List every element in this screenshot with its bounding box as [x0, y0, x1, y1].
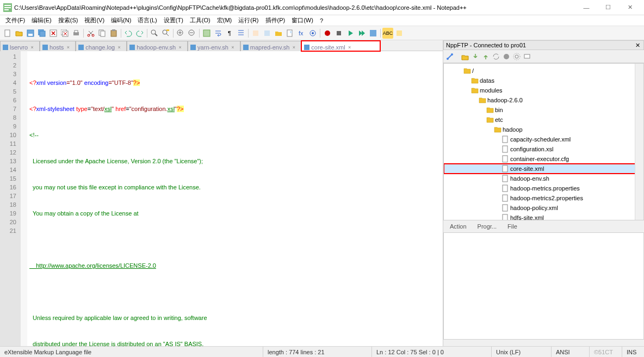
copy-icon[interactable] — [97, 28, 108, 39]
redo-icon[interactable] — [134, 28, 145, 39]
upload-icon[interactable] — [461, 52, 469, 61]
menu-item[interactable]: 视图(V) — [81, 15, 108, 26]
menu-item[interactable]: 设置(T) — [160, 15, 187, 26]
tree-folder[interactable]: modules — [444, 85, 643, 95]
tb-icon-1[interactable] — [201, 28, 212, 39]
tree-file[interactable]: capacity-scheduler.xml — [444, 134, 643, 144]
zoom-out-icon[interactable] — [187, 28, 197, 39]
tree-label: hadoop-env.sh — [510, 175, 549, 182]
menu-item[interactable]: 语言(L) — [134, 15, 160, 26]
save-all-icon[interactable] — [36, 28, 47, 39]
svg-point-37 — [447, 58, 449, 60]
minimize-button[interactable]: — — [575, 1, 597, 15]
refresh-icon[interactable] — [492, 52, 500, 61]
undo-icon[interactable] — [123, 28, 134, 39]
file-tab[interactable]: hosts× — [40, 41, 76, 51]
settings-icon[interactable] — [512, 52, 521, 61]
tab-action[interactable]: Action — [447, 222, 470, 232]
print-icon[interactable] — [71, 28, 82, 39]
file-tab[interactable]: lservro× — [0, 41, 40, 51]
tab-close-icon[interactable]: × — [65, 45, 71, 50]
file-tab[interactable]: hadoop-env.sh× — [127, 41, 188, 51]
menu-item[interactable]: 文件(F) — [2, 15, 28, 26]
close-button[interactable]: ✕ — [619, 1, 641, 15]
tab-close-icon[interactable]: × — [291, 45, 296, 50]
replace-icon[interactable] — [160, 28, 171, 39]
menu-item[interactable]: 宏(M) — [214, 15, 236, 26]
code-editor[interactable]: <?xml version="1.0" encoding="UTF-8"?> <… — [21, 51, 443, 346]
download-icon[interactable] — [471, 52, 480, 61]
nppftp-toolbar — [443, 50, 644, 63]
tb-icon-last[interactable] — [394, 28, 405, 39]
file-tab[interactable]: yarn-env.sh× — [188, 41, 240, 51]
menu-item[interactable]: 编码(N) — [108, 15, 134, 26]
tab-progress[interactable]: Progr... — [474, 222, 500, 232]
file-tab[interactable]: mapred-env.sh× — [240, 41, 302, 51]
tab-close-icon[interactable]: × — [177, 45, 183, 50]
tb-icon-6[interactable] — [262, 28, 273, 39]
tree-label: / — [472, 67, 474, 74]
connect-icon[interactable] — [445, 52, 454, 61]
tree-file[interactable]: hadoop-policy.xml — [444, 203, 643, 213]
tab-close-icon[interactable]: × — [347, 45, 352, 50]
menu-item[interactable]: 插件(P) — [262, 15, 289, 26]
abort-icon[interactable] — [502, 52, 511, 61]
wordwrap-icon[interactable] — [213, 28, 224, 39]
file-tab[interactable]: core-site.xml× — [301, 41, 380, 51]
cut-icon[interactable] — [85, 28, 96, 39]
tab-close-icon[interactable]: × — [230, 45, 236, 50]
save-icon[interactable] — [25, 28, 36, 39]
maximize-button[interactable]: ☐ — [597, 1, 619, 15]
stop-macro-icon[interactable] — [333, 28, 344, 39]
tree-label: hadoop — [503, 126, 523, 133]
paste-icon[interactable] — [108, 28, 119, 39]
tree-file[interactable]: hadoop-metrics2.properties — [444, 193, 643, 203]
panel-close-icon[interactable]: ✕ — [634, 42, 641, 49]
monitor-icon[interactable] — [307, 28, 318, 39]
menu-item[interactable]: 编辑(E) — [28, 15, 55, 26]
tree-folder[interactable]: hadoop — [444, 125, 643, 134]
ftp-tree[interactable]: /datasmoduleshadoop-2.6.0binetchadoopcap… — [443, 63, 644, 220]
save-macro-icon[interactable] — [368, 28, 379, 39]
zoom-in-icon[interactable] — [175, 28, 186, 39]
indent-guide-icon[interactable] — [236, 28, 246, 39]
find-icon[interactable] — [149, 28, 160, 39]
menu-item[interactable]: 工具(O) — [187, 15, 214, 26]
tree-file[interactable]: hadoop-metrics.properties — [444, 183, 643, 193]
func-list-icon[interactable]: fx — [296, 28, 307, 39]
play-multi-icon[interactable] — [356, 28, 367, 39]
record-macro-icon[interactable] — [322, 28, 333, 39]
tree-folder[interactable]: hadoop-2.6.0 — [444, 95, 643, 105]
doc-map-icon[interactable] — [284, 28, 295, 39]
menu-item[interactable]: 窗口(W) — [288, 15, 317, 26]
spellcheck-icon[interactable]: ABC — [382, 28, 393, 39]
tree-scrollbar[interactable] — [635, 64, 643, 220]
tree-file[interactable]: configuration.xsl — [444, 144, 643, 154]
menu-item[interactable]: 运行(R) — [235, 15, 262, 26]
messages-icon[interactable] — [523, 52, 531, 61]
tree-file[interactable]: hdfs-site.xml — [444, 213, 643, 220]
open-file-icon[interactable] — [14, 28, 24, 39]
tree-file[interactable]: core-site.xml — [444, 164, 643, 174]
tree-folder[interactable]: datas — [444, 76, 643, 85]
close-all-icon[interactable] — [59, 28, 70, 39]
tab-close-icon[interactable]: × — [29, 45, 35, 50]
tab-file-icon — [78, 45, 84, 50]
folder-icon[interactable] — [273, 28, 284, 39]
new-file-icon[interactable] — [2, 28, 13, 39]
play-macro-icon[interactable] — [345, 28, 356, 39]
showall-icon[interactable]: ¶ — [224, 28, 235, 39]
tree-folder[interactable]: etc — [444, 115, 643, 125]
tree-folder[interactable]: / — [444, 66, 643, 76]
tree-file[interactable]: hadoop-env.sh — [444, 174, 643, 183]
tab-file[interactable]: File — [504, 222, 521, 232]
file-tab[interactable]: change.log× — [76, 41, 127, 51]
tree-folder[interactable]: bin — [444, 105, 643, 115]
tab-close-icon[interactable]: × — [116, 45, 122, 50]
tree-file[interactable]: container-executor.cfg — [444, 154, 643, 164]
menu-item[interactable]: 搜索(S) — [55, 15, 82, 26]
upload-file-icon[interactable] — [481, 52, 490, 61]
close-file-icon[interactable] — [48, 28, 59, 39]
tb-icon-5[interactable] — [250, 28, 261, 39]
menu-item[interactable]: ? — [317, 16, 326, 25]
